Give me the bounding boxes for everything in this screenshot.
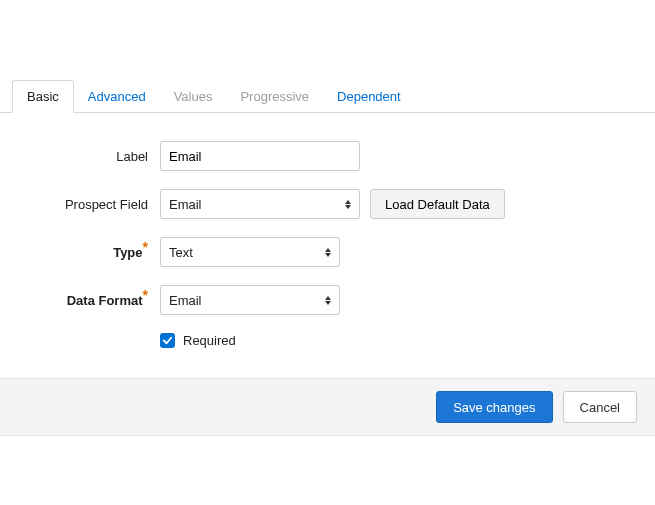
- prospect-field-value: Email: [169, 197, 345, 212]
- required-label: Required: [183, 333, 236, 348]
- cancel-button[interactable]: Cancel: [563, 391, 637, 423]
- prospect-field-select[interactable]: Email: [160, 189, 360, 219]
- tab-basic[interactable]: Basic: [12, 80, 74, 113]
- load-default-button[interactable]: Load Default Data: [370, 189, 505, 219]
- type-value: Text: [169, 245, 325, 260]
- type-select[interactable]: Text: [160, 237, 340, 267]
- save-button[interactable]: Save changes: [436, 391, 552, 423]
- tab-progressive[interactable]: Progressive: [226, 81, 323, 112]
- tab-values[interactable]: Values: [160, 81, 227, 112]
- label-prospect-field: Prospect Field: [20, 197, 160, 212]
- select-arrows-icon: [325, 296, 331, 305]
- select-arrows-icon: [325, 248, 331, 257]
- form-basic: Label Prospect Field Email Load Default …: [0, 113, 655, 378]
- data-format-value: Email: [169, 293, 325, 308]
- required-checkbox[interactable]: [160, 333, 175, 348]
- footer-actions: Save changes Cancel: [0, 378, 655, 436]
- tab-advanced[interactable]: Advanced: [74, 81, 160, 112]
- tabs: Basic Advanced Values Progressive Depend…: [0, 80, 655, 113]
- data-format-select[interactable]: Email: [160, 285, 340, 315]
- tab-dependent[interactable]: Dependent: [323, 81, 415, 112]
- label-data-format: Data Format*: [20, 293, 160, 308]
- label-input[interactable]: [160, 141, 360, 171]
- check-icon: [162, 335, 173, 346]
- select-arrows-icon: [345, 200, 351, 209]
- label-type: Type*: [20, 245, 160, 260]
- label-label: Label: [20, 149, 160, 164]
